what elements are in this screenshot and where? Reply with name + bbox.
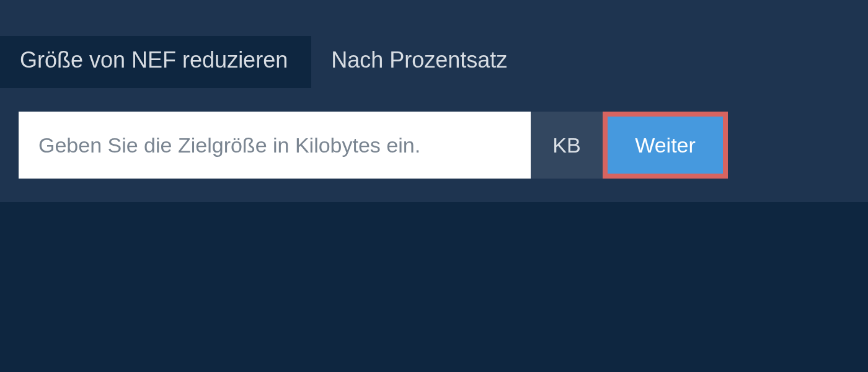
target-size-input[interactable] xyxy=(19,112,531,179)
continue-button-label: Weiter xyxy=(635,133,696,157)
tab-reduce-size[interactable]: Größe von NEF reduzieren xyxy=(0,36,311,88)
unit-label: KB xyxy=(531,112,603,179)
resize-panel: Größe von NEF reduzieren Nach Prozentsat… xyxy=(0,0,868,202)
tab-bar: Größe von NEF reduzieren Nach Prozentsat… xyxy=(0,0,868,88)
unit-text: KB xyxy=(552,133,580,157)
continue-button[interactable]: Weiter xyxy=(603,112,728,179)
tab-by-percentage-label: Nach Prozentsatz xyxy=(331,47,507,73)
tab-reduce-size-label: Größe von NEF reduzieren xyxy=(20,47,288,73)
input-row: KB Weiter xyxy=(19,112,849,179)
tab-by-percentage[interactable]: Nach Prozentsatz xyxy=(311,36,531,88)
